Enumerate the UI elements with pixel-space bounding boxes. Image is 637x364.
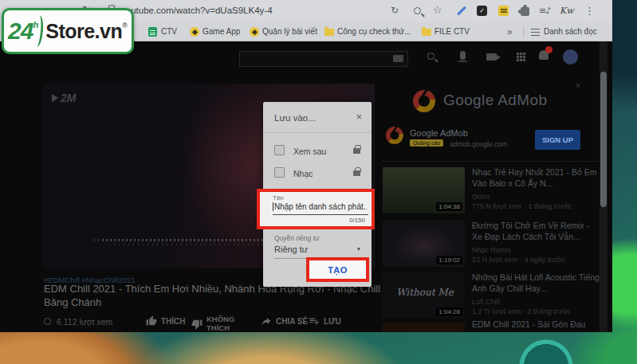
- avatar[interactable]: [563, 49, 578, 65]
- list-item[interactable]: EDM Chill 2021 - Sài Gòn Đau Lòng Quá, Đ…: [472, 319, 601, 332]
- name-label: Tên: [273, 194, 284, 202]
- keyboard-icon[interactable]: [393, 55, 403, 62]
- zoom-icon[interactable]: [414, 7, 421, 14]
- folder-icon[interactable]: [324, 29, 334, 36]
- input-placeholder: Nhập tên danh sách phát...: [274, 202, 367, 211]
- logo-name: Store.vn: [45, 20, 122, 43]
- bookmarks-overflow-chevron[interactable]: »: [507, 26, 513, 37]
- ad-url: admob.google.com: [450, 140, 507, 148]
- suggestion-title[interactable]: Đường Tôi Chở Em Về Remix - Xe Đạp Lách …: [472, 221, 601, 242]
- video-duration: 1:04:38: [436, 202, 462, 211]
- close-icon[interactable]: ×: [356, 111, 362, 123]
- like-button[interactable]: THÍCH: [146, 315, 186, 327]
- thumb-up-icon: [146, 315, 157, 327]
- highlight-create-button: TẠO: [306, 257, 369, 282]
- playlist-name-input[interactable]: Nhập tên danh sách phát...: [273, 202, 367, 211]
- privacy-dropdown[interactable]: Riêng tư: [274, 245, 308, 254]
- logo-24: 24: [8, 18, 33, 45]
- video-duration: 1:04:28: [436, 307, 462, 316]
- folder-icon[interactable]: [422, 29, 431, 36]
- app-icon[interactable]: [250, 27, 259, 37]
- save-button[interactable]: LƯU: [309, 315, 341, 327]
- dislike-label: KHÔNG THÍCH: [206, 315, 243, 332]
- divider: [523, 26, 524, 37]
- suggestion-channel: Lofi Chill: [472, 298, 601, 306]
- lock-icon: [353, 170, 360, 176]
- sheet-icon[interactable]: [148, 27, 157, 37]
- suggestion-thumbnail[interactable]: 1:04:38: [383, 167, 465, 213]
- suggestion-channel: Orinn: [472, 193, 601, 201]
- bookmark-quan-ly[interactable]: Quản lý bài viết: [262, 27, 317, 36]
- search-icon[interactable]: [427, 53, 434, 60]
- bookmark-cong-cu[interactable]: Công cụ check thứ...: [337, 27, 411, 36]
- view-count: 6.112 lượt xem: [57, 317, 112, 327]
- thumb-down-icon: [191, 319, 203, 330]
- suggestion-channel: Nhạc Remix: [472, 246, 601, 254]
- bookmark-game-app[interactable]: Game App: [203, 27, 240, 36]
- create-video-icon[interactable]: [486, 53, 497, 61]
- channel-watermark: 2M: [52, 92, 76, 104]
- suggestion-title[interactable]: Những Bài Hát Lofi Acoustic Tiếng Anh Gâ…: [472, 272, 601, 294]
- highlight-name-input: Tên Nhập tên danh sách phát... 0/150: [257, 189, 375, 229]
- playlist-extension-icon[interactable]: [539, 6, 550, 16]
- suggestion-thumbnail[interactable]: [383, 323, 465, 332]
- music-label[interactable]: Nhạc: [293, 169, 313, 178]
- extensions-puzzle-icon[interactable]: [521, 7, 529, 16]
- search-input[interactable]: [239, 51, 408, 67]
- suggestion-thumbnail[interactable]: Without Me 1:04:28: [383, 272, 465, 319]
- lock-icon: [353, 148, 360, 154]
- admob-logo: [413, 90, 435, 112]
- share-icon: [261, 315, 272, 327]
- privacy-label: Quyền riêng tư: [274, 234, 320, 242]
- dislike-button[interactable]: KHÔNG THÍCH: [191, 315, 243, 332]
- mic-icon[interactable]: [460, 51, 466, 60]
- views-icon: [44, 318, 51, 325]
- text-cursor: [273, 202, 273, 211]
- reading-list-icon[interactable]: [531, 28, 540, 36]
- address-bar-url[interactable]: youtube.com/watch?v=dUaS9LK4y-4: [121, 6, 273, 15]
- list-item[interactable]: Đường Tôi Chở Em Về Remix - Xe Đạp Lách …: [472, 221, 601, 264]
- ads-extension-icon[interactable]: [498, 6, 509, 16]
- suggestion-meta: 1,2 Tr lượt xem · 2 tháng trước: [472, 307, 601, 315]
- play-icon: [52, 94, 58, 102]
- bookmark-ctv[interactable]: CTV: [161, 27, 177, 36]
- list-item[interactable]: Những Bài Hát Lofi Acoustic Tiếng Anh Gâ…: [472, 272, 601, 315]
- video-duration: 1:19:02: [436, 256, 462, 264]
- signature-extension-icon[interactable]: Kw: [560, 6, 574, 16]
- ad-close-icon[interactable]: ×: [576, 81, 580, 90]
- watch-later-label[interactable]: Xem sau: [293, 147, 326, 156]
- browser-menu-icon[interactable]: [584, 5, 595, 17]
- extension-refresh-icon[interactable]: [391, 5, 399, 16]
- playlist-add-icon: [309, 315, 320, 327]
- suggestion-thumbnail[interactable]: 1:19:02: [383, 221, 465, 267]
- apps-grid-icon[interactable]: [517, 53, 519, 55]
- watch-later-checkbox[interactable]: [274, 145, 285, 155]
- list-item[interactable]: Nhạc Trẻ Hay Nhất 2021 - Bỏ Em Vào Balo …: [472, 167, 601, 210]
- app-icon[interactable]: [190, 27, 199, 37]
- suggestion-title[interactable]: EDM Chill 2021 - Sài Gòn Đau Lòng Quá, Đ…: [472, 319, 601, 332]
- bookmark-file-ctv[interactable]: FILE CTV: [434, 27, 470, 36]
- scrollbar-thumb[interactable]: [600, 72, 607, 207]
- ad-companion-title[interactable]: Google AdMob: [410, 128, 468, 138]
- input-underline: [273, 214, 368, 215]
- checkmark-extension-icon[interactable]: [477, 6, 487, 16]
- suggestion-title[interactable]: Nhạc Trẻ Hay Nhất 2021 - Bỏ Em Vào Balo …: [472, 167, 601, 189]
- ad-brand-text: Google AdMob: [443, 92, 548, 109]
- pen-extension-icon[interactable]: [457, 6, 466, 15]
- music-checkbox[interactable]: [274, 167, 285, 178]
- screenshot-stage: youtube.com/watch?v=dUaS9LK4y-4 Kw CTV G…: [0, 0, 637, 364]
- reading-list-label[interactable]: Danh sách đọc: [544, 27, 597, 36]
- create-button[interactable]: TẠO: [328, 265, 348, 275]
- divider: [383, 161, 600, 162]
- bookmark-star-icon[interactable]: [433, 4, 442, 16]
- suggestion-meta: 23 N lượt xem · 4 ngày trước: [472, 256, 601, 264]
- share-label: CHIA SẺ: [276, 317, 308, 326]
- save-label: LƯU: [324, 317, 341, 326]
- share-button[interactable]: CHIA SẺ: [261, 315, 308, 327]
- ad-signup-button[interactable]: SIGN UP: [535, 130, 580, 150]
- scrollbar[interactable]: [600, 41, 608, 332]
- thumbnail-text: Without Me: [389, 287, 461, 298]
- notification-badge: [545, 46, 552, 53]
- chevron-down-icon[interactable]: [357, 245, 360, 252]
- suggestion-meta: 779 N lượt xem · 1 tháng trước: [472, 202, 601, 210]
